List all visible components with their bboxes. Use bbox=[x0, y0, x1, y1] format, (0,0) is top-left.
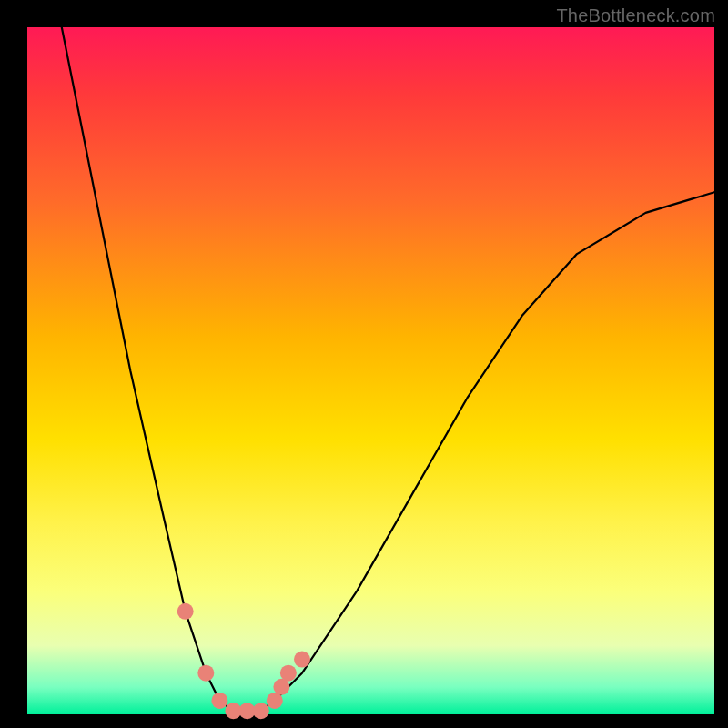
data-point bbox=[294, 652, 310, 668]
watermark-text: TheBottleneck.com bbox=[556, 5, 715, 26]
data-point bbox=[197, 665, 214, 682]
data-point bbox=[177, 603, 194, 620]
data-point bbox=[211, 693, 228, 709]
data-point bbox=[280, 665, 297, 682]
data-point bbox=[253, 703, 269, 719]
bottleneck-curve bbox=[62, 27, 714, 711]
data-points bbox=[177, 603, 310, 719]
chart-svg bbox=[27, 27, 714, 714]
chart-frame: TheBottleneck.com bbox=[0, 0, 728, 728]
plot-area bbox=[27, 27, 714, 714]
